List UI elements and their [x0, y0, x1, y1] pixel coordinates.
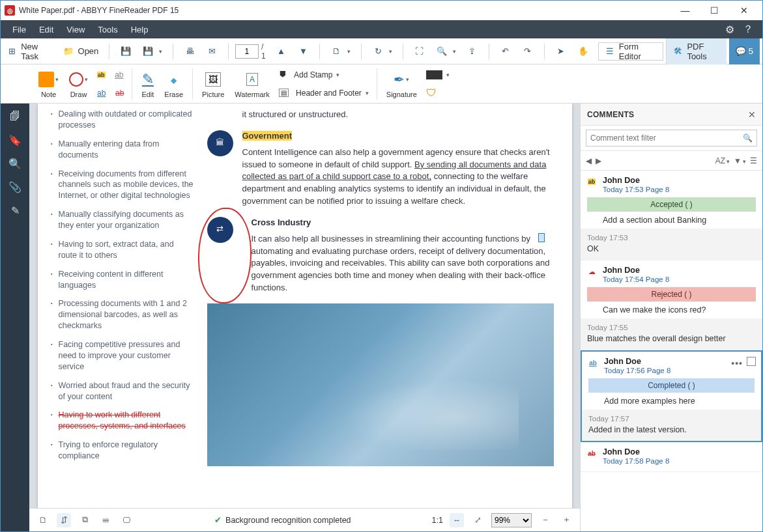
comments-toggle-button[interactable]: 💬5	[729, 38, 760, 64]
filter-button[interactable]: ▼▾	[734, 156, 746, 165]
next-page-button[interactable]: ▼	[293, 42, 313, 61]
redact-button[interactable]: aa▾	[426, 66, 450, 83]
highlight-icon[interactable]: ab	[97, 72, 106, 78]
comment-status: Rejected ( )	[587, 287, 756, 301]
layout-button[interactable]: ☰	[750, 156, 757, 165]
document-scroll[interactable]: Dealing with outdated or complicated pro…	[29, 104, 580, 508]
ocr-button[interactable]: 🔍▾	[432, 42, 460, 61]
underline-blue-icon[interactable]: ab	[97, 89, 106, 98]
comment-item[interactable]: abJohn DoeToday 17:56 Page 8•••Completed…	[581, 350, 762, 442]
menu-file[interactable]: File	[6, 20, 33, 38]
header-label: Header and Footer	[296, 89, 362, 98]
bullet-item: Receiving content in different languages	[51, 269, 194, 291]
menu-view[interactable]: View	[60, 20, 91, 38]
prev-comment-icon[interactable]: ◀	[586, 156, 592, 165]
comment-filter-field[interactable]: 🔍	[586, 130, 757, 147]
search-tab-icon[interactable]: 🔍	[7, 156, 23, 171]
comment-checkbox[interactable]	[747, 357, 756, 366]
header-footer-button[interactable]: ▤ Header and Footer▾	[279, 85, 369, 102]
comments-list[interactable]: abJohn DoeToday 17:53 Page 8Accepted ( )…	[581, 171, 762, 531]
comment-item[interactable]: ☁John DoeToday 17:54 Page 8Rejected ( )C…	[581, 260, 762, 350]
export-button[interactable]: ⇪	[463, 42, 482, 61]
continuous-view-icon[interactable]: ⇵	[57, 513, 71, 527]
pdf-page: Dealing with outdated or complicated pro…	[38, 104, 572, 508]
menu-tools[interactable]: Tools	[91, 20, 124, 38]
rotate-button[interactable]: ↻▾	[368, 42, 396, 61]
picture-tool[interactable]: 🖼Picture	[198, 70, 228, 98]
email-button[interactable]: ✉	[202, 42, 222, 61]
save-as-button[interactable]: 💾▾	[138, 42, 166, 61]
single-page-view-icon[interactable]: 🗋	[36, 513, 50, 527]
two-page-view-icon[interactable]: ⧉	[78, 513, 92, 527]
next-comment-icon[interactable]: ▶	[596, 156, 601, 165]
comment-type-icon: ☁	[586, 266, 597, 277]
crop-button[interactable]: ⛶	[410, 42, 429, 61]
help-icon[interactable]: ？	[739, 23, 757, 36]
save-button[interactable]: 💾	[116, 42, 136, 61]
cross-industry-icon-frame: ⇄	[207, 217, 242, 294]
note-tool[interactable]: ▾Note	[35, 70, 63, 98]
attachments-tab-icon[interactable]: 📎	[7, 179, 23, 195]
print-button[interactable]: 🖶	[180, 42, 199, 61]
pointer-button[interactable]: ➤	[551, 42, 571, 61]
two-page-continuous-icon[interactable]: ⩸	[98, 513, 113, 527]
reply-text: Blue matches the overall design better	[587, 334, 756, 343]
hand-button[interactable]: ✋	[573, 42, 593, 61]
comment-menu-icon[interactable]: •••	[731, 358, 743, 369]
pages-tab-icon[interactable]: 🗐	[7, 109, 23, 124]
strike-icon[interactable]: ab	[115, 89, 124, 98]
sort-button[interactable]: AZ▾	[715, 156, 730, 165]
save-as-icon: 💾	[142, 46, 154, 57]
new-task-button[interactable]: ⊞New Task	[3, 42, 56, 61]
bullet-item: Facing competitive pressures and need to…	[51, 339, 194, 372]
bookmarks-tab-icon[interactable]: 🔖	[7, 132, 23, 148]
add-page-button[interactable]: 🗋▾	[326, 42, 354, 61]
header-icon: ▤	[279, 89, 289, 97]
prev-page-button[interactable]: ▲	[271, 42, 291, 61]
underline-icon[interactable]: ab	[115, 70, 123, 79]
zoom-out-button[interactable]: −	[538, 513, 553, 527]
fullscreen-view-icon[interactable]: 🖵	[119, 513, 134, 527]
page-number-input[interactable]	[235, 44, 259, 59]
signature-tool[interactable]: ✒▾Signature	[382, 70, 421, 98]
comments-nav-row: ◀ ▶ AZ▾ ▼▾ ☰	[581, 151, 762, 171]
comment-item[interactable]: abJohn DoeToday 17:58 Page 8	[581, 442, 762, 472]
open-button[interactable]: 📁Open	[59, 42, 103, 61]
menu-edit[interactable]: Edit	[33, 20, 60, 38]
cross-industry-heading: Cross Industry	[252, 217, 554, 229]
signatures-tab-icon[interactable]: ✎	[7, 203, 23, 218]
watermark-tool[interactable]: AWatermark	[231, 70, 273, 98]
settings-icon[interactable]: ⚙	[721, 23, 739, 36]
pdf-tools-button[interactable]: 🛠PDF Tools	[666, 38, 727, 64]
undo-button[interactable]: ↶	[496, 42, 515, 61]
maximize-button[interactable]: ☐	[700, 1, 729, 20]
note-icon	[38, 72, 54, 87]
form-editor-button[interactable]: ☰Form Editor	[598, 42, 664, 61]
draw-tool[interactable]: ▾Draw	[65, 70, 92, 98]
fit-width-icon[interactable]: ↔	[450, 513, 464, 527]
redo-button[interactable]: ↷	[518, 42, 538, 61]
comment-filter-input[interactable]	[590, 133, 743, 143]
email-icon: ✉	[206, 46, 218, 57]
minimize-button[interactable]: ―	[670, 1, 700, 20]
arrow-down-icon: ▼	[297, 46, 309, 57]
menu-help[interactable]: Help	[124, 20, 155, 38]
protect-button[interactable]: 🛡	[426, 85, 450, 102]
comment-item[interactable]: abJohn DoeToday 17:53 Page 8Accepted ( )…	[581, 171, 762, 260]
zoom-in-button[interactable]: ＋	[559, 513, 573, 527]
form-editor-label: Form Editor	[619, 42, 656, 61]
edit-tool[interactable]: ✎Edit	[137, 70, 158, 98]
search-icon[interactable]: 🔍	[743, 133, 753, 143]
comment-type-icon: ab	[586, 176, 597, 188]
erase-tool[interactable]: ⬥Erase	[160, 70, 187, 98]
comments-close-icon[interactable]: ✕	[748, 109, 756, 120]
app-icon: ◎	[5, 5, 15, 16]
comment-type-icon: ab	[586, 447, 597, 459]
zoom-select[interactable]: 99%	[491, 513, 532, 527]
close-button[interactable]: ✕	[729, 1, 758, 20]
add-stamp-button[interactable]: ⛊ Add Stamp▾	[279, 66, 369, 83]
left-sidebar: 🗐 🔖 🔍 📎 ✎	[1, 104, 29, 531]
fit-page-icon[interactable]: ⤢	[470, 513, 485, 527]
comment-text: Can we make the icons red?	[603, 305, 756, 315]
signature-icon: ✒	[394, 72, 405, 87]
